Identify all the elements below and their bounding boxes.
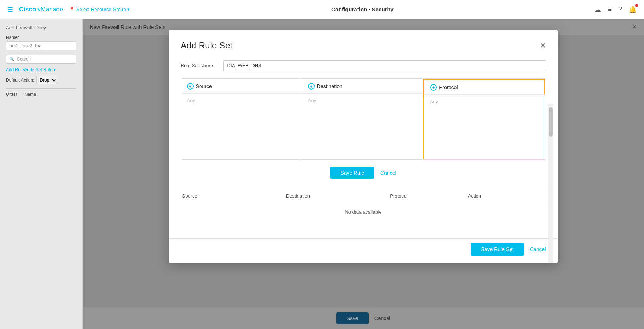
modal-title: Add Rule Set bbox=[181, 40, 233, 51]
protocol-column: + Protocol Any bbox=[423, 79, 545, 159]
bell-icon[interactable]: 🔔 bbox=[629, 6, 637, 14]
save-rule-button[interactable]: Save Rule bbox=[330, 167, 374, 179]
hamburger-icon[interactable]: ☰ bbox=[7, 6, 13, 14]
brand: Cisco vManage bbox=[19, 6, 63, 13]
resource-group-label: Select Resource Group bbox=[76, 7, 126, 12]
topbar-left: ☰ Cisco vManage 📍 Select Resource Group … bbox=[7, 6, 130, 14]
modal-backdrop: Add Rule Set ✕ Rule Set Name bbox=[83, 19, 644, 329]
default-action-label: Default Action: bbox=[6, 77, 34, 83]
sidebar-name-label: Name* bbox=[6, 35, 76, 40]
add-rule-set-modal: Add Rule Set ✕ Rule Set Name bbox=[169, 30, 558, 263]
sidebar-search[interactable]: 🔍 Search bbox=[6, 55, 76, 64]
destination-col-header: + Destination bbox=[302, 79, 423, 94]
table-no-data-message: No data available bbox=[181, 202, 546, 222]
brand-cisco: Cisco bbox=[19, 6, 36, 13]
cancel-rule-button[interactable]: Cancel bbox=[380, 170, 396, 176]
table-header-row: Source Destination Protocol Action bbox=[181, 189, 546, 202]
modal-scrollbar-thumb bbox=[549, 107, 553, 137]
source-col-body: Any bbox=[181, 94, 302, 107]
sidebar-default-action: Default Action: Drop bbox=[6, 76, 76, 84]
protocol-col-body: Any bbox=[424, 95, 545, 108]
sidebar-name-col: Name bbox=[25, 92, 36, 97]
location-icon: 📍 bbox=[69, 7, 75, 12]
modal-footer: Save Rule Set Cancel bbox=[169, 238, 558, 263]
sidebar-order-col: Order bbox=[6, 92, 17, 97]
default-action-select[interactable]: Drop bbox=[36, 76, 57, 84]
destination-column: + Destination Any bbox=[302, 79, 423, 159]
destination-add-icon[interactable]: + bbox=[308, 83, 315, 90]
cloud-icon[interactable]: ☁ bbox=[594, 6, 601, 14]
source-col-label: Source bbox=[196, 83, 212, 89]
modal-body: Rule Set Name + Source Any bbox=[169, 57, 558, 238]
destination-col-body: Any bbox=[302, 94, 423, 107]
resource-group-arrow: ▾ bbox=[127, 7, 130, 12]
main-panel: New Firewall Rule with Rule Sets ✕ Add R… bbox=[83, 19, 644, 329]
cancel-rule-set-button[interactable]: Cancel bbox=[530, 246, 546, 252]
bg-content: Add Firewall Policy Name* Lab1_Task2_Bra… bbox=[0, 19, 644, 329]
table-protocol-header: Protocol bbox=[390, 193, 468, 199]
rule-set-name-row: Rule Set Name bbox=[181, 57, 546, 71]
rules-table: Source Destination Protocol Action No da… bbox=[181, 189, 546, 222]
nav-security: Security bbox=[372, 6, 394, 12]
destination-col-label: Destination bbox=[317, 83, 343, 89]
protocol-col-header: + Protocol bbox=[424, 79, 545, 95]
sidebar-panel-title: Add Firewall Policy bbox=[6, 25, 76, 30]
source-any-text: Any bbox=[187, 98, 195, 103]
table-source-header: Source bbox=[181, 193, 286, 199]
sidebar-add-rule-button[interactable]: Add Rule/Rule Set Rule ▾ bbox=[6, 67, 76, 72]
brand-vmanage: vManage bbox=[37, 6, 63, 13]
bell-badge bbox=[635, 4, 638, 7]
table-destination-header: Destination bbox=[286, 193, 390, 199]
topbar-right: ☁ ≡ ? 🔔 bbox=[594, 6, 637, 14]
resource-group-selector[interactable]: 📍 Select Resource Group ▾ bbox=[69, 7, 130, 12]
source-add-icon[interactable]: + bbox=[187, 83, 194, 90]
sidebar-search-placeholder: Search bbox=[17, 57, 31, 62]
protocol-col-label: Protocol bbox=[439, 84, 458, 90]
table-action-header: Action bbox=[468, 193, 546, 199]
modal-close-button[interactable]: ✕ bbox=[540, 42, 546, 49]
source-col-header: + Source bbox=[181, 79, 302, 94]
topbar: ☰ Cisco vManage 📍 Select Resource Group … bbox=[0, 0, 644, 19]
rule-set-name-input[interactable] bbox=[223, 60, 546, 71]
protocol-add-icon[interactable]: + bbox=[430, 84, 437, 91]
save-rule-set-button[interactable]: Save Rule Set bbox=[471, 243, 524, 256]
sidebar-panel: Add Firewall Policy Name* Lab1_Task2_Bra… bbox=[0, 19, 83, 329]
modal-scrollbar[interactable] bbox=[548, 104, 553, 263]
modal-header: Add Rule Set ✕ bbox=[169, 30, 558, 57]
sidebar-table-header: Order Name bbox=[6, 88, 76, 97]
rule-buttons-row: Save Rule Cancel bbox=[181, 167, 546, 179]
menu-lines-icon[interactable]: ≡ bbox=[608, 6, 612, 13]
help-icon[interactable]: ? bbox=[618, 6, 622, 13]
search-icon: 🔍 bbox=[9, 57, 15, 62]
destination-any-text: Any bbox=[308, 98, 316, 103]
protocol-any-text: Any bbox=[430, 99, 438, 104]
rule-set-name-label: Rule Set Name bbox=[181, 63, 217, 68]
columns-area: + Source Any + Destination bbox=[181, 78, 546, 160]
topbar-nav-title: Configuration · Security bbox=[331, 6, 394, 12]
nav-config: Configuration · bbox=[331, 6, 372, 12]
source-column: + Source Any bbox=[181, 79, 302, 159]
sidebar-name-value: Lab1_Task2_Bra bbox=[6, 41, 76, 50]
